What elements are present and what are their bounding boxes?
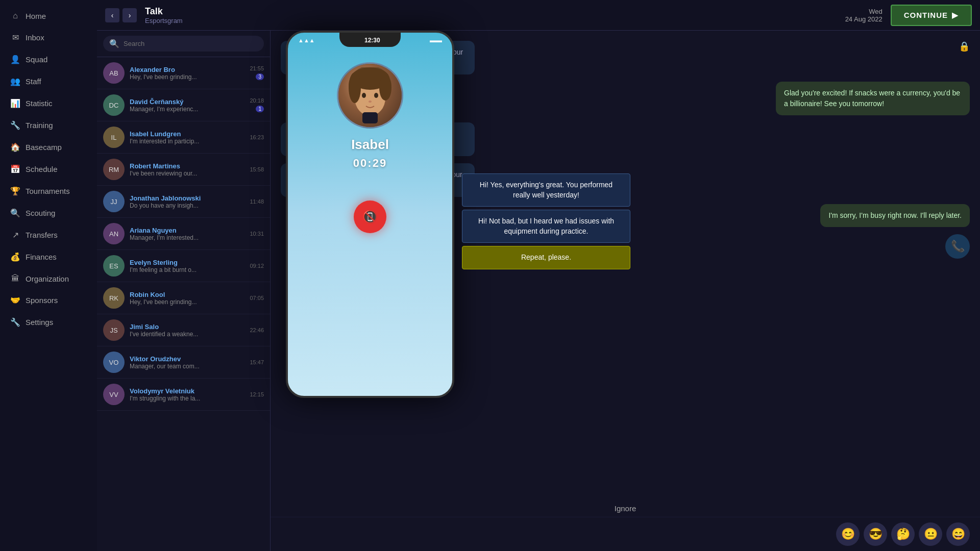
chat-avatar: RK [103,287,125,309]
emoji-reaction[interactable]: 😐 [919,522,942,546]
chat-avatar: JS [103,319,125,341]
settings-icon: 🔧 [10,317,20,327]
chat-preview: I've been reviewing our... [130,170,244,177]
chat-list-item[interactable]: VV Volodymyr Veletniuk I'm struggling wi… [97,379,270,411]
chat-info: Evelyn Sterling I'm feeling a bit burnt … [130,259,244,273]
chat-list-item[interactable]: RM Robert Martines I've been reviewing o… [97,154,270,186]
dialog-option-opt1[interactable]: Hi! Yes, everything's great. You perform… [462,173,630,207]
header-right: Wed 24 Aug 2022 CONTINUE ▶ [845,5,972,26]
sidebar-item-schedule[interactable]: 📅 Schedule [2,159,95,180]
chat-list-item[interactable]: AN Ariana Nguyen Manager, I'm interested… [97,218,270,250]
search-input[interactable] [124,40,258,47]
chat-preview: I'm struggling with the la... [130,395,244,402]
phone-ring-indicator: 📞 [945,234,970,259]
sidebar-item-basecamp[interactable]: 🏠 Basecamp [2,137,95,158]
chat-list-item[interactable]: RK Robin Kool Hey, I've been grinding...… [97,282,270,314]
chat-time: 15:58 [250,166,264,172]
chat-name: Isabel Lundgren [130,130,244,138]
chat-list: 🔍 AB Alexander Bro Hey, I've been grindi… [97,31,271,551]
page-subtitle: Esportsgram [145,17,183,24]
sidebar-item-tournaments[interactable]: 🏆 Tournaments [2,181,95,202]
staff-icon: 👥 [10,77,20,86]
chat-meta: 09:12 [250,263,264,269]
sidebar-item-settings[interactable]: 🔧 Settings [2,312,95,333]
chat-time: 11:48 [250,198,264,205]
nav-forward-button[interactable]: › [122,8,137,22]
chat-time: 09:12 [250,263,264,269]
end-call-button[interactable]: 📵 [354,201,386,233]
chat-preview: I'm feeling a bit burnt o... [130,266,244,273]
header-date: Wed 24 Aug 2022 [845,8,883,23]
sidebar-item-staff[interactable]: 👥 Staff [2,71,95,92]
sponsors-icon: 🤝 [10,295,20,305]
chat-meta: 22:46 [250,327,264,333]
sidebar-label-basecamp: Basecamp [26,143,62,152]
home-icon: ⌂ [10,11,20,20]
chat-name: David Čerňanský [130,98,244,106]
nav-back-button[interactable]: ‹ [105,8,119,22]
sidebar-item-organization[interactable]: 🏛 Organization [2,268,95,289]
chat-list-item[interactable]: AB Alexander Bro Hey, I've been grinding… [97,57,270,89]
sidebar-label-transfers: Transfers [26,231,58,239]
transfers-icon: ↗ [10,230,20,240]
end-call-icon: 📵 [362,210,378,224]
emoji-reaction[interactable]: 😎 [864,522,887,546]
sidebar-item-inbox[interactable]: ✉ Inbox [2,27,95,48]
chat-name: Ariana Nguyen [130,227,244,234]
emoji-reaction[interactable]: 😊 [836,522,860,546]
continue-button[interactable]: CONTINUE ▶ [891,5,972,26]
caller-name: Isabel [351,137,389,153]
sidebar-item-home[interactable]: ⌂ Home [2,6,95,26]
sidebar-item-sponsors[interactable]: 🤝 Sponsors [2,290,95,311]
caller-photo [337,62,403,129]
chat-search: 🔍 [97,31,270,57]
emoji-reaction[interactable]: 🤔 [891,522,915,546]
chat-info: David Čerňanský Manager, I'm experienc..… [130,98,244,113]
svg-point-4 [369,101,372,103]
search-icon: 🔍 [109,39,119,48]
chat-info: Robert Martines I've been reviewing our.… [130,162,244,177]
page-title: Talk [145,6,183,17]
chat-avatar: RM [103,159,125,180]
caller-photo-inner [338,64,402,127]
sidebar-item-transfers[interactable]: ↗ Transfers [2,224,95,245]
sidebar-label-organization: Organization [26,274,69,283]
dialog-option-opt2[interactable]: Hi! Not bad, but I heard we had issues w… [462,210,630,243]
chat-list-item[interactable]: VO Viktor Orudzhev Manager, our team com… [97,346,270,379]
sidebar-label-statistic: Statistic [26,99,53,108]
dialog-option-opt3[interactable]: Repeat, please. [462,246,630,269]
sidebar-label-finances: Finances [26,253,57,261]
sidebar-label-tournaments: Tournaments [26,187,70,195]
sidebar-item-training[interactable]: 🔧 Training [2,115,95,136]
chat-list-item[interactable]: IL Isabel Lundgren I'm interested in par… [97,121,270,154]
sidebar-label-sponsors: Sponsors [26,296,58,305]
sidebar-item-squad[interactable]: 👤 Squad [2,49,95,70]
chat-avatar: AB [103,62,125,84]
chat-info: Alexander Bro Hey, I've been grinding... [130,66,244,81]
chat-list-item[interactable]: JJ Jonathan Jablonowski Do you have any … [97,186,270,218]
sidebar-label-squad: Squad [26,55,47,64]
emoji-reaction[interactable]: 😄 [946,522,970,546]
battery-icon: ▬▬ [430,37,442,44]
chat-avatar: ES [103,255,125,277]
sidebar: ⌂ Home ✉ Inbox 👤 Squad 👥 Staff 📊 Statist… [0,0,97,551]
sidebar-label-settings: Settings [26,318,53,327]
chat-meta: 07:05 [250,295,264,301]
sidebar-item-finances[interactable]: 💰 Finances [2,246,95,267]
sidebar-item-scouting[interactable]: 🔍 Scouting [2,203,95,223]
training-icon: 🔧 [10,120,20,130]
chat-preview: Hey, I've been grinding... [130,73,244,81]
sidebar-item-statistic[interactable]: 📊 Statistic [2,93,95,114]
chat-name: Jonathan Jablonowski [130,194,244,202]
busy-reply-message: I'm sorry, I'm busy right now. I'll repl… [820,204,970,227]
ignore-button[interactable]: Ignore [271,500,980,517]
chat-list-item[interactable]: ES Evelyn Sterling I'm feeling a bit bur… [97,250,270,282]
chat-preview: Manager, our team com... [130,363,244,370]
sidebar-label-inbox: Inbox [26,33,44,42]
sidebar-label-staff: Staff [26,77,41,86]
scouting-icon: 🔍 [10,208,20,218]
chat-meta: 10:31 [250,231,264,237]
finances-icon: 💰 [10,252,20,262]
chat-list-item[interactable]: DC David Čerňanský Manager, I'm experien… [97,89,270,121]
chat-list-item[interactable]: JS Jimi Salo I've identified a weakne...… [97,314,270,346]
